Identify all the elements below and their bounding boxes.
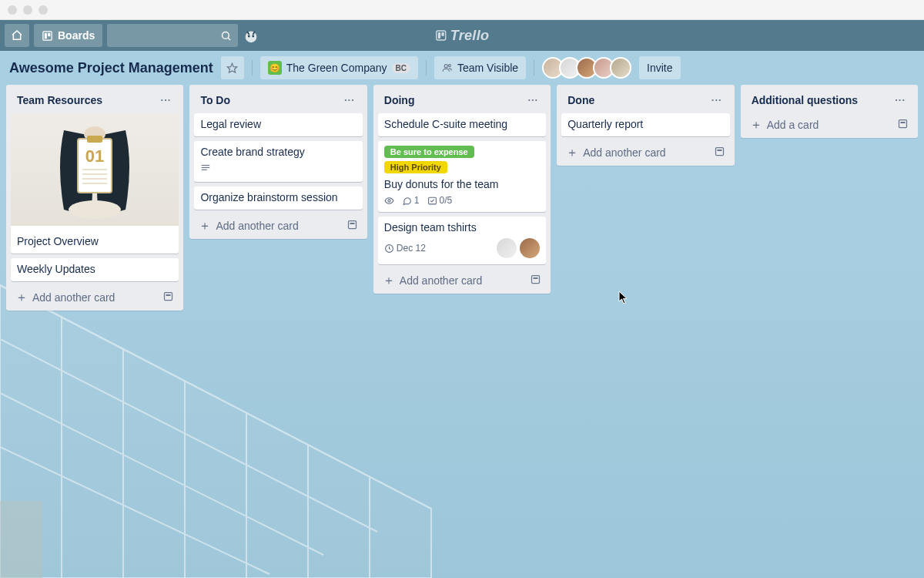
card[interactable]: Schedule C-suite meeting xyxy=(378,113,546,136)
list-menu-button[interactable]: ··· xyxy=(892,92,909,107)
svg-rect-49 xyxy=(900,122,905,123)
board-title[interactable]: Awesome Project Management xyxy=(9,60,213,76)
list-menu-button[interactable]: ··· xyxy=(341,92,358,107)
plus-icon: ＋ xyxy=(199,220,211,231)
list-team-resources: Team Resources ··· 01 xyxy=(6,85,183,311)
card-text: Organize brainstorm session xyxy=(200,191,356,203)
list-title[interactable]: To Do xyxy=(200,94,230,106)
card-text: Schedule C-suite meeting xyxy=(384,118,540,130)
card-text: Create brand strategy xyxy=(200,146,356,158)
add-card-label: Add another card xyxy=(32,291,115,304)
list-menu-button[interactable]: ··· xyxy=(158,92,175,107)
card[interactable]: Organize brainstorm session xyxy=(194,187,362,210)
add-card-button[interactable]: ＋ Add another card xyxy=(11,286,179,306)
home-button[interactable] xyxy=(5,24,29,47)
template-button[interactable] xyxy=(162,291,174,304)
add-card-label: Add another card xyxy=(583,146,665,159)
label-green[interactable]: Be sure to expense xyxy=(384,146,474,158)
card[interactable]: Quarterly report xyxy=(561,113,729,136)
boards-label: Boards xyxy=(58,29,95,42)
comments-badge: 1 xyxy=(402,195,420,206)
plus-icon: ＋ xyxy=(15,292,28,303)
card-text: Quarterly report xyxy=(567,118,723,130)
svg-rect-37 xyxy=(202,167,210,168)
svg-point-24 xyxy=(448,65,450,67)
svg-line-1 xyxy=(0,339,377,532)
svg-marker-22 xyxy=(228,63,238,72)
star-button[interactable] xyxy=(221,56,244,79)
svg-point-16 xyxy=(246,32,257,43)
visibility-chip[interactable]: Team Visible xyxy=(434,56,526,79)
card-members xyxy=(497,238,540,258)
top-nav: Boards Trello xyxy=(0,20,924,51)
add-card-label: Add a card xyxy=(767,119,819,131)
svg-text:01: 01 xyxy=(85,146,104,166)
board-members[interactable] xyxy=(542,57,631,79)
search-input[interactable] xyxy=(107,24,238,47)
list-to-do: To Do ··· Legal review Create brand stra… xyxy=(189,85,367,239)
list-title[interactable]: Doing xyxy=(384,94,415,106)
svg-rect-27 xyxy=(87,136,102,143)
due-badge: Dec 12 xyxy=(384,243,426,254)
svg-point-18 xyxy=(253,35,255,37)
svg-rect-46 xyxy=(715,148,723,156)
card[interactable]: Legal review xyxy=(194,113,362,136)
card[interactable]: Weekly Updates xyxy=(11,258,179,281)
svg-point-41 xyxy=(388,199,390,201)
add-card-button[interactable]: ＋ Add another card xyxy=(194,214,362,234)
svg-line-0 xyxy=(0,285,431,509)
plus-icon: ＋ xyxy=(566,147,578,158)
svg-point-14 xyxy=(223,32,229,39)
svg-rect-10 xyxy=(0,501,42,578)
avatar[interactable] xyxy=(497,238,517,258)
add-card-label: Add another card xyxy=(216,220,298,232)
svg-rect-47 xyxy=(717,150,721,151)
window-titlebar xyxy=(0,0,924,20)
window-dot xyxy=(8,5,17,15)
invite-button[interactable]: Invite xyxy=(639,56,680,79)
list-done: Done ··· Quarterly report ＋ Add another … xyxy=(557,85,734,166)
label-yellow[interactable]: High Priority xyxy=(384,161,447,173)
list-title[interactable]: Additional questions xyxy=(752,94,858,106)
add-card-button[interactable]: ＋ Add another card xyxy=(378,269,546,289)
separator xyxy=(252,60,253,76)
card[interactable]: 01 Project Overview xyxy=(11,113,179,254)
add-card-button[interactable]: ＋ Add another card xyxy=(561,141,729,161)
svg-rect-36 xyxy=(202,165,210,166)
svg-rect-13 xyxy=(48,32,50,35)
clipboard-illustration: 01 xyxy=(49,119,141,221)
list-menu-button[interactable]: ··· xyxy=(524,92,541,107)
svg-line-15 xyxy=(228,38,230,40)
svg-rect-45 xyxy=(534,277,538,279)
home-icon xyxy=(11,29,23,42)
add-card-button[interactable]: ＋ Add a card xyxy=(745,113,913,133)
card[interactable]: Be sure to expense High Priority Buy don… xyxy=(378,141,546,212)
avatar[interactable] xyxy=(520,238,540,258)
brand-logo: Trello xyxy=(435,28,489,44)
svg-rect-19 xyxy=(437,31,446,40)
svg-rect-20 xyxy=(438,32,440,39)
svg-point-33 xyxy=(69,200,121,219)
team-chip[interactable]: 😊 The Green Company BC xyxy=(260,56,418,79)
watch-badge xyxy=(384,196,394,206)
card[interactable]: Design team tshirts Dec 12 xyxy=(378,217,546,264)
card-cover: 01 xyxy=(11,113,179,226)
list-menu-button[interactable]: ··· xyxy=(708,92,725,107)
template-button[interactable] xyxy=(530,274,541,287)
boards-button[interactable]: Boards xyxy=(34,24,102,47)
template-button[interactable] xyxy=(714,146,725,160)
star-icon xyxy=(226,62,238,74)
mascot-icon xyxy=(243,27,259,44)
plus-icon: ＋ xyxy=(383,275,395,286)
add-card-label: Add another card xyxy=(400,274,482,287)
card-text: Weekly Updates xyxy=(17,263,172,275)
plus-icon: ＋ xyxy=(750,119,762,130)
list-title[interactable]: Team Resources xyxy=(17,94,102,106)
avatar[interactable] xyxy=(610,57,631,79)
template-button[interactable] xyxy=(897,118,909,132)
list-title[interactable]: Done xyxy=(567,94,594,106)
card[interactable]: Create brand strategy xyxy=(194,141,362,182)
template-button[interactable] xyxy=(346,219,358,233)
svg-rect-12 xyxy=(45,32,47,39)
list-additional-questions: Additional questions ··· ＋ Add a card xyxy=(741,85,918,138)
